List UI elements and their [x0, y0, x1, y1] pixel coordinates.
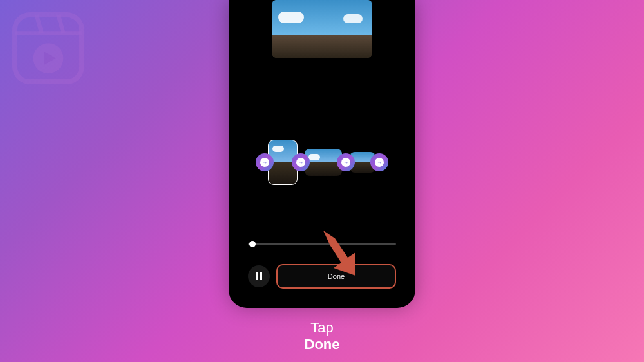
- caption-text-2: Done: [305, 336, 340, 353]
- video-preview: [272, 0, 372, 58]
- transition-icon[interactable]: →: [337, 153, 355, 171]
- clips-timeline[interactable]: → → → →: [261, 140, 383, 184]
- svg-line-2: [37, 15, 42, 33]
- pause-icon: [256, 272, 262, 280]
- annotation-arrow-icon: [316, 225, 367, 283]
- reels-watermark-icon: [6, 6, 90, 90]
- progress-handle[interactable]: [249, 241, 256, 247]
- instruction-caption: Tap Done: [305, 319, 340, 354]
- pause-button[interactable]: [248, 265, 270, 287]
- transition-icon[interactable]: →: [256, 153, 274, 171]
- caption-text-1: Tap: [305, 319, 340, 336]
- transition-icon[interactable]: →: [370, 153, 388, 171]
- transition-icon[interactable]: →: [292, 153, 310, 171]
- svg-line-3: [59, 15, 64, 33]
